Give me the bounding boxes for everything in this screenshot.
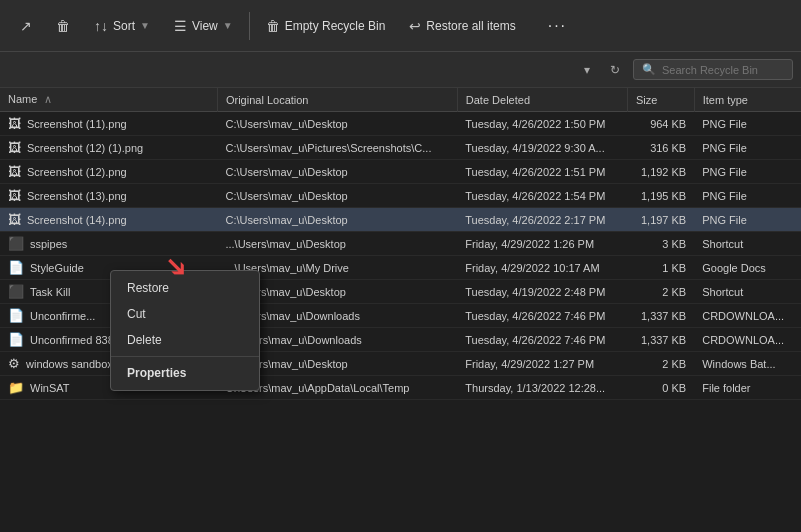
context-menu-item-cut[interactable]: Cut [111, 301, 259, 327]
file-icon: ⬛ [8, 284, 24, 299]
empty-recycle-button[interactable]: 🗑 Empty Recycle Bin [256, 13, 396, 39]
file-size-cell: 2 KB [627, 280, 694, 304]
nav-bar: ▾ ↻ 🔍 [0, 52, 801, 88]
share-button[interactable]: ↗ [10, 13, 42, 39]
col-name-header[interactable]: Name ∧ [0, 88, 217, 112]
file-date-cell: Tuesday, 4/26/2022 1:54 PM [457, 184, 627, 208]
file-size-cell: 1,195 KB [627, 184, 694, 208]
file-type-cell: PNG File [694, 208, 801, 232]
file-type-cell: CRDOWNLOA... [694, 328, 801, 352]
file-icon: ⬛ [8, 236, 24, 251]
more-button[interactable]: ··· [530, 8, 585, 44]
file-name-cell: 🖼 Screenshot (14).png [0, 208, 217, 232]
file-location-cell: C:\Users\mav_u\Pictures\Screenshots\C... [217, 136, 457, 160]
file-name-cell: 🖼 Screenshot (12) (1).png [0, 136, 217, 160]
empty-recycle-label: Empty Recycle Bin [285, 19, 386, 33]
nav-dropdown-button[interactable]: ▾ [577, 58, 597, 82]
file-icon: 📁 [8, 380, 24, 395]
file-icon: 🖼 [8, 140, 21, 155]
file-date-cell: Tuesday, 4/26/2022 2:17 PM [457, 208, 627, 232]
file-name: Screenshot (11).png [27, 118, 127, 130]
table-row[interactable]: 🖼 Screenshot (14).png C:\Users\mav_u\Des… [0, 208, 801, 232]
toolbar: ↗ 🗑 ↑↓ Sort ▼ ☰ View ▼ 🗑 Empty Recycle B… [0, 0, 801, 52]
search-input[interactable] [662, 64, 782, 76]
table-row[interactable]: 🖼 Screenshot (11).png C:\Users\mav_u\Des… [0, 112, 801, 136]
restore-button[interactable]: ↩ Restore all items [399, 13, 525, 39]
file-type-cell: PNG File [694, 160, 801, 184]
file-name: WinSAT [30, 382, 70, 394]
file-size-cell: 1,192 KB [627, 160, 694, 184]
file-date-cell: Tuesday, 4/26/2022 7:46 PM [457, 304, 627, 328]
file-size-cell: 0 KB [627, 376, 694, 400]
file-type-cell: Windows Bat... [694, 352, 801, 376]
file-location-cell: C:\Users\mav_u\Desktop [217, 208, 457, 232]
table-row[interactable]: 🖼 Screenshot (12) (1).png C:\Users\mav_u… [0, 136, 801, 160]
file-location-cell: ...\Users\mav_u\Desktop [217, 232, 457, 256]
file-location-cell: C:\Users\mav_u\Desktop [217, 160, 457, 184]
file-type-cell: Google Docs [694, 256, 801, 280]
view-chevron-icon: ▼ [223, 20, 233, 31]
sort-arrow-icon: ∧ [44, 93, 52, 105]
sort-button[interactable]: ↑↓ Sort ▼ [84, 13, 160, 39]
restore-label: Restore all items [426, 19, 515, 33]
file-date-cell: Tuesday, 4/26/2022 1:50 PM [457, 112, 627, 136]
table-header: Name ∧ Original Location Date Deleted Si… [0, 88, 801, 112]
view-label: View [192, 19, 218, 33]
table-row[interactable]: 🖼 Screenshot (12).png C:\Users\mav_u\Des… [0, 160, 801, 184]
context-menu-item-restore[interactable]: Restore [111, 275, 259, 301]
file-size-cell: 1 KB [627, 256, 694, 280]
table-row[interactable]: ⬛ sspipes ...\Users\mav_u\Desktop Friday… [0, 232, 801, 256]
file-name: Screenshot (12) (1).png [27, 142, 143, 154]
file-icon: 📄 [8, 260, 24, 275]
file-date-cell: Tuesday, 4/26/2022 1:51 PM [457, 160, 627, 184]
file-name: StyleGuide [30, 262, 84, 274]
restore-icon: ↩ [409, 18, 421, 34]
delete-icon: 🗑 [56, 18, 70, 34]
delete-button[interactable]: 🗑 [46, 13, 80, 39]
file-size-cell: 1,337 KB [627, 328, 694, 352]
file-size-cell: 1,337 KB [627, 304, 694, 328]
file-size-cell: 2 KB [627, 352, 694, 376]
col-size-header[interactable]: Size [627, 88, 694, 112]
file-type-cell: Shortcut [694, 232, 801, 256]
file-name: Screenshot (13).png [27, 190, 127, 202]
file-name: Screenshot (14).png [27, 214, 127, 226]
file-name-cell: ⬛ sspipes [0, 232, 217, 256]
col-location-header[interactable]: Original Location [217, 88, 457, 112]
file-date-cell: Thursday, 1/13/2022 12:28... [457, 376, 627, 400]
file-icon: 📄 [8, 332, 24, 347]
file-name: sspipes [30, 238, 67, 250]
col-type-header[interactable]: Item type [694, 88, 801, 112]
file-date-cell: Friday, 4/29/2022 10:17 AM [457, 256, 627, 280]
file-icon: 🖼 [8, 164, 21, 179]
col-date-header[interactable]: Date Deleted [457, 88, 627, 112]
file-icon: ⚙ [8, 356, 20, 371]
table-row[interactable]: 🖼 Screenshot (13).png C:\Users\mav_u\Des… [0, 184, 801, 208]
context-menu: RestoreCutDeleteProperties [110, 270, 260, 391]
file-date-cell: Tuesday, 4/26/2022 7:46 PM [457, 328, 627, 352]
sort-icon: ↑↓ [94, 18, 108, 34]
refresh-button[interactable]: ↻ [603, 58, 627, 82]
file-date-cell: Friday, 4/29/2022 1:27 PM [457, 352, 627, 376]
view-icon: ☰ [174, 18, 187, 34]
file-date-cell: Tuesday, 4/19/2022 2:48 PM [457, 280, 627, 304]
file-name-cell: 🖼 Screenshot (11).png [0, 112, 217, 136]
file-name: Task Kill [30, 286, 70, 298]
share-icon: ↗ [20, 18, 32, 34]
file-size-cell: 3 KB [627, 232, 694, 256]
file-icon: 🖼 [8, 212, 21, 227]
context-menu-item-properties[interactable]: Properties [111, 360, 259, 386]
file-size-cell: 1,197 KB [627, 208, 694, 232]
file-name-cell: 🖼 Screenshot (12).png [0, 160, 217, 184]
file-location-cell: C:\Users\mav_u\Desktop [217, 112, 457, 136]
file-date-cell: Friday, 4/29/2022 1:26 PM [457, 232, 627, 256]
file-size-cell: 316 KB [627, 136, 694, 160]
file-type-cell: CRDOWNLOA... [694, 304, 801, 328]
context-menu-item-delete[interactable]: Delete [111, 327, 259, 353]
file-type-cell: Shortcut [694, 280, 801, 304]
search-box: 🔍 [633, 59, 793, 80]
file-name: Screenshot (12).png [27, 166, 127, 178]
view-button[interactable]: ☰ View ▼ [164, 13, 243, 39]
file-size-cell: 964 KB [627, 112, 694, 136]
file-icon: 🖼 [8, 188, 21, 203]
